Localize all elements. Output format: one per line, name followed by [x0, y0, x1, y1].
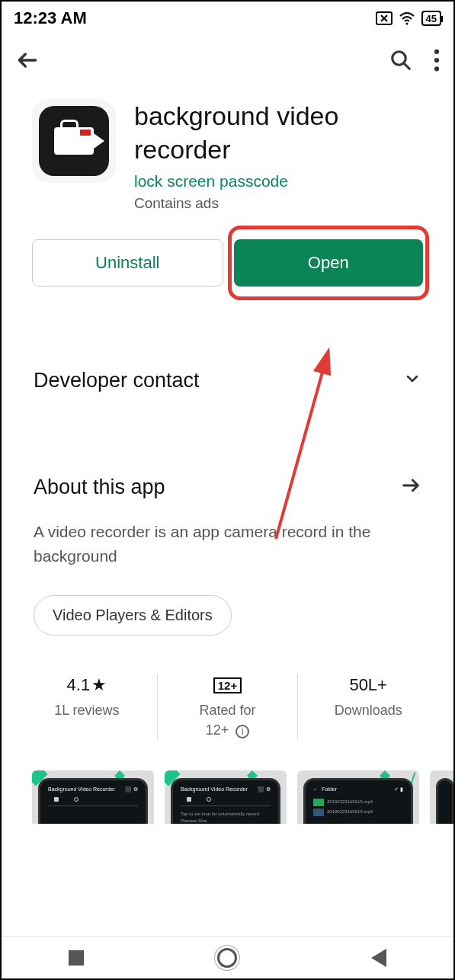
arrow-right-icon — [400, 475, 421, 499]
about-row[interactable]: About this app — [2, 468, 453, 506]
screenshot-2[interactable]: Background Video Recorder⬛ ⚙ Tap to set … — [165, 770, 287, 824]
back-icon[interactable] — [15, 48, 40, 75]
age-label-2: 12+ — [206, 722, 229, 738]
screenshot-3[interactable]: ← Folder✓ ▮ 20190223165615.mp4 201902231… — [297, 770, 419, 824]
app-title: background video recorder — [134, 99, 423, 166]
about-description: A video recorder is an app camera record… — [2, 506, 453, 568]
age-label-1: Rated for — [199, 703, 255, 718]
screenshot-1[interactable]: Background Video Recorder⬛ ⚙ — [32, 770, 154, 824]
search-icon[interactable] — [389, 49, 412, 75]
category-chip[interactable]: Video Players & Editors — [34, 595, 232, 636]
star-icon: ★ — [91, 675, 107, 695]
developer-contact-row[interactable]: Developer contact — [2, 354, 453, 407]
ads-label: Contains ads — [134, 195, 423, 212]
nav-back-icon[interactable] — [371, 949, 386, 967]
svg-point-3 — [434, 50, 439, 54]
battery-level: 45 — [426, 13, 437, 24]
info-icon: i — [236, 725, 249, 738]
status-icons: 45 — [376, 11, 441, 26]
status-bar: 12:23 AM 45 — [2, 2, 453, 35]
status-time: 12:23 AM — [14, 8, 87, 28]
about-label: About this app — [34, 476, 165, 499]
downloads-stat: 50L+ Downloads — [297, 674, 438, 739]
nav-recent-icon[interactable] — [69, 950, 84, 966]
rating-label: 1L reviews — [24, 701, 149, 720]
screenshot-carousel[interactable]: Background Video Recorder⬛ ⚙ Background … — [2, 740, 453, 824]
screenshot-4[interactable] — [430, 770, 453, 824]
app-toolbar — [2, 35, 453, 88]
downloads-label: Downloads — [306, 701, 431, 720]
svg-point-1 — [405, 23, 408, 25]
wifi-icon — [399, 11, 415, 25]
stats-row: 4.1 ★ 1L reviews 12+ Rated for 12+ i 50L… — [2, 674, 453, 739]
rating-value: 4.1 — [67, 675, 91, 695]
action-buttons: Uninstall Open — [2, 212, 453, 287]
age-stat[interactable]: 12+ Rated for 12+ i — [157, 674, 298, 739]
downloads-value: 50L+ — [306, 674, 431, 697]
battery-icon: 45 — [421, 11, 441, 26]
svg-point-4 — [434, 58, 439, 62]
developer-contact-label: Developer contact — [34, 369, 200, 392]
age-badge: 12+ — [213, 677, 242, 693]
developer-link[interactable]: lock screen passcode — [134, 172, 423, 191]
close-box-icon — [376, 11, 393, 25]
more-icon[interactable] — [434, 49, 440, 75]
uninstall-button[interactable]: Uninstall — [32, 239, 223, 287]
app-header: background video recorder lock screen pa… — [2, 88, 453, 212]
app-icon — [32, 99, 116, 183]
system-nav-bar — [2, 936, 453, 978]
nav-home-icon[interactable] — [217, 948, 237, 968]
svg-point-5 — [434, 66, 439, 71]
open-button[interactable]: Open — [234, 239, 424, 287]
rating-stat[interactable]: 4.1 ★ 1L reviews — [17, 674, 157, 739]
chevron-down-icon — [403, 370, 421, 391]
